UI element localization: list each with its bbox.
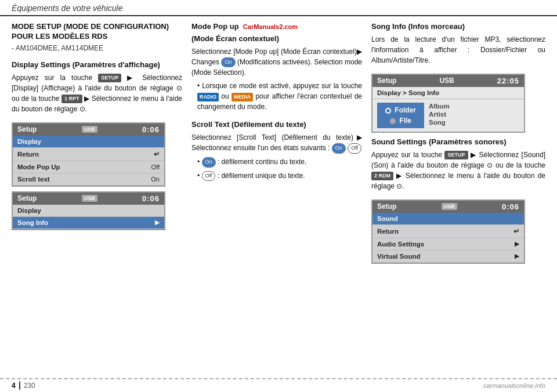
rpm1-badge: 1 RPT [62,95,82,104]
mode-setup-title: MODE SETUP (MODE DE CONFIGURATION) POUR … [12,22,182,42]
page-number: 230 [24,382,35,390]
display-settings-title: Display Settings (Paramètres d'affichage… [12,60,182,70]
setup-label-2: Setup [17,194,37,202]
setup-badge-right: SETUP [444,151,468,160]
si-usb-badge: USB [439,77,454,85]
header-title: Équipements de votre véhicule [12,3,122,13]
time-2: 0:06 [142,194,160,203]
modepopup-val: Off [151,164,160,170]
si-file-label: File [390,117,411,125]
screen1-row-return: Return ↵ [13,148,164,161]
screen1-row-modepopup: Mode Pop Up Off [13,161,164,173]
setup-label-1: Setup [17,125,37,133]
radio-badge: RADIO [197,93,219,102]
rdm2-badge: 2 RDM [371,172,393,181]
sound-row-audio: Audio Settings ▶ [372,238,524,251]
sound-row-virtual: Virtual Sound ▶ [372,251,524,263]
scrolltext-bullet-off: • Off : défilement unique du texte. [191,170,362,182]
sound-settings-body: Appuyez sur la touche SETUP ▶ Sélectionn… [371,150,545,191]
si-folder-label: Folder [385,106,416,114]
scrolltext-val: On [151,176,160,183]
sound-row-sound: Sound [372,213,524,225]
display-settings-body: Appuyez sur la touche SETUP ▶ Sélectionn… [12,72,182,114]
si-path-row: Display > Song Info [372,87,524,99]
section-sound-settings: Sound Settings (Paramètres sonores) Appu… [371,137,545,191]
time-1: 0:06 [142,125,160,134]
sound-usb-badge: USB [442,203,457,210]
mode-setup-sub: - AM104DMEE, AM114DMEE [12,44,182,52]
mid-column: Mode Pop up CarManuals2.com (Mode Écran … [191,22,371,379]
page-number-area: 4 230 [12,382,35,390]
scrolltext-body: Sélectionnez [Scroll Text] (Défilement d… [191,132,362,154]
setup-topbar-1: Setup USB 0:06 [13,124,164,136]
on-badge-3: On [202,157,216,168]
sound-screen: Setup USB 0:06 Sound Return ↵ Audio Sett… [371,199,525,264]
media-badge: MEDIA [232,93,253,102]
si-time: 22:05 [497,77,519,85]
sound-setup-label: Setup [377,202,396,210]
popup-body1: Sélectionnez [Mode Pop up] (Mode Écran c… [191,46,362,78]
section-scrolltext: Scroll Text (Défilement du texte) Sélect… [191,120,362,181]
sound-settings-title: Sound Settings (Paramètres sonores) [371,137,545,147]
setup-screen-1: Setup USB 0:06 Display Return ↵ Mode Pop… [12,122,165,187]
watermark-text: CarManuals2.com [243,23,298,30]
screen1-row-display: Display [13,136,164,148]
section-display-settings: Display Settings (Paramètres d'affichage… [12,60,182,114]
sound-row-return: Return ↵ [372,225,524,238]
return-icon-sound: ↵ [513,227,519,235]
si-setup-label: Setup [377,77,396,85]
songinfo-arrow: ▶ [155,219,160,226]
setup-screen-2: Setup USB 0:06 Display Song Info ▶ [12,191,165,230]
si-inner-panel: Folder File Album Artist Song [372,99,524,132]
usb-badge-1: USB [82,126,97,133]
screen1-row-scrolltext: Scroll text On [13,173,164,186]
usb-badge-2: USB [82,195,97,202]
scrolltext-title: Scroll Text (Défilement du texte) [191,120,362,130]
sound-time: 0:06 [502,202,519,211]
sound-topbar: Setup USB 0:06 [372,201,524,213]
si-song-label: Song [429,119,450,126]
si-topbar: Setup USB 22:05 [372,75,524,87]
screen2-row-songinfo: Song Info ▶ [13,217,164,229]
popup-bullet1: • Lorsque ce mode est activé, appuyez su… [191,81,362,112]
si-album-artist-song-panel: Album Artist Song [429,103,450,126]
off-badge-2: Off [202,171,216,182]
screen2-row-display: Display [13,205,164,217]
on-badge-1: On [221,57,235,68]
section-mode-setup: MODE SETUP (MODE DE CONFIGURATION) POUR … [12,22,182,52]
popup-title: Mode Pop up CarManuals2.com [191,22,362,32]
audio-arrow: ▶ [515,241,519,247]
right-column: Song Info (Infos morceau) Lors de la lec… [371,22,545,379]
virtual-arrow: ▶ [515,253,519,259]
on-badge-2: On [332,143,346,154]
setup-badge: SETUP [98,74,121,83]
footer-watermark: carmanualsonline.info [483,382,545,389]
popup-sub: (Mode Écran contextuel) [191,34,362,43]
scrolltext-bullet-on: • On : défilement continu du texte. [191,157,362,168]
off-badge-1: Off [348,143,361,154]
main-content: MODE SETUP (MODE DE CONFIGURATION) POUR … [0,16,557,379]
page-footer: 4 230 carmanualsonline.info [0,378,557,392]
section-number: 4 [12,382,20,390]
section-songinfo: Song Info (Infos morceau) Lors de la lec… [371,22,545,66]
return-icon-1: ↵ [154,150,160,158]
left-column: MODE SETUP (MODE DE CONFIGURATION) POUR … [12,22,191,379]
song-info-screen: Setup USB 22:05 Display > Song Info Fold… [371,74,525,133]
songinfo-title: Song Info (Infos morceau) [371,22,545,32]
setup-topbar-2: Setup USB 0:06 [13,193,164,205]
si-artist-label: Artist [429,111,450,118]
songinfo-body: Lors de la lecture d'un fichier MP3, sél… [371,34,545,66]
page-header: Équipements de votre véhicule [0,0,557,16]
si-album-label: Album [429,103,450,110]
section-popup: Mode Pop up CarManuals2.com (Mode Écran … [191,22,362,112]
si-folder-file-panel: Folder File [377,103,424,128]
